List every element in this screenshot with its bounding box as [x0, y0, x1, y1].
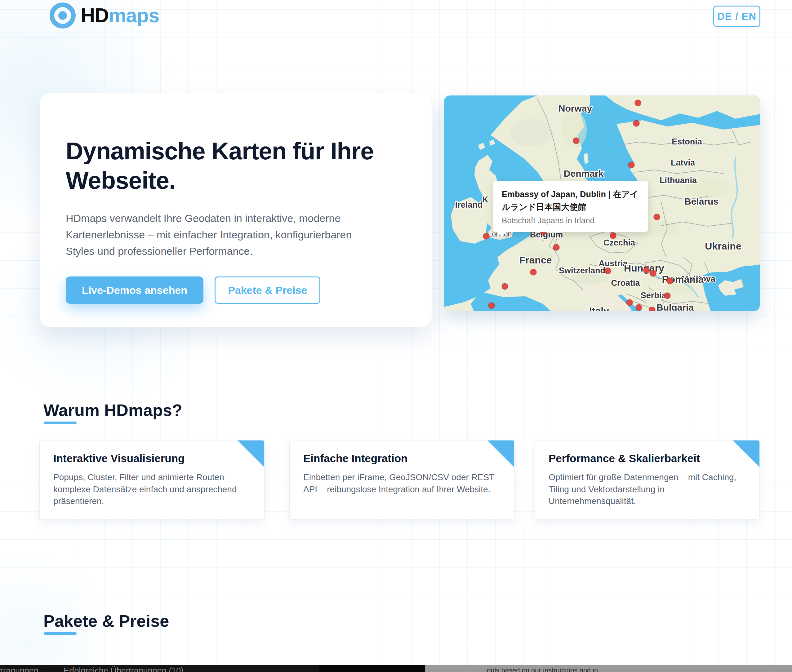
map-marker-icon[interactable] [650, 270, 656, 277]
map-marker-icon[interactable] [610, 232, 616, 239]
map-marker-icon[interactable] [667, 278, 673, 284]
map-label-k: K [482, 195, 488, 204]
map-label-norway: Norway [558, 103, 592, 114]
map-marker-icon[interactable] [635, 100, 641, 106]
map-label-latvia: Latvia [671, 158, 695, 167]
map-label-italy: Italy [589, 305, 609, 311]
feature-card-title: Performance & Skalierbarkeit [548, 452, 746, 465]
feature-card-performance: Performance & Skalierbarkeit Optimiert f… [535, 440, 760, 520]
map-marker-icon[interactable] [633, 120, 640, 126]
pricing-heading: Pakete & Preise [43, 611, 169, 630]
map-label-estonia: Estonia [672, 137, 702, 146]
map-marker-icon[interactable] [636, 304, 642, 310]
feature-card-title: Einfache Integration [303, 452, 500, 465]
language-toggle-button[interactable]: DE / EN [713, 6, 760, 27]
map-marker-icon[interactable] [553, 244, 560, 250]
map-marker-icon[interactable] [628, 162, 635, 168]
map-preview[interactable]: NorwayEstoniaLatviaLithuaniaBelarusDenma… [444, 96, 760, 311]
bottom-bar-panel-text: only based on our instructions and in ..… [487, 666, 606, 672]
map-marker-icon[interactable] [483, 233, 489, 239]
feature-card-body: Popups, Cluster, Filter und animierte Ro… [53, 472, 250, 507]
why-heading: Warum HDmaps? [43, 400, 182, 420]
popup-title: Embassy of Japan, Dublin | 在アイルランド日本国大使館 [502, 188, 640, 213]
live-demos-button[interactable]: Live-Demos ansehen [66, 277, 204, 304]
hero-paragraph: HDmaps verwandelt Ihre Geodaten in inter… [66, 210, 364, 259]
map-marker-icon[interactable] [643, 267, 650, 274]
logo-text: HDmaps [81, 4, 159, 27]
map-label-switzerland: Switzerland [559, 266, 605, 275]
bottom-bar-text: Übertragungen [0, 666, 38, 672]
bottom-bar-panel: only based on our instructions and in ..… [425, 665, 792, 672]
map-label-ireland: Ireland [455, 200, 483, 210]
bottom-overlay-bar: Übertragungen Erfolgreiche Übertragungen… [0, 665, 792, 672]
feature-card-visualisierung: Interaktive Visualisierung Popups, Clust… [39, 440, 265, 520]
hero-button-row: Live-Demos ansehen Pakete & Preise [66, 277, 406, 304]
map-marker-icon[interactable] [488, 302, 495, 309]
bottom-bar-text: Erfolgreiche Übertragungen (10) [64, 666, 184, 672]
feature-card-body: Optimiert für große Datenmengen – mit Ca… [548, 472, 746, 507]
map-popup: Embassy of Japan, Dublin | 在アイルランド日本国大使館… [493, 181, 648, 232]
map-label-czechia: Czechia [603, 238, 635, 247]
why-heading-underline [44, 422, 77, 424]
hero-title: Dynamische Karten für IhreWebseite. [66, 136, 406, 195]
map-marker-icon[interactable] [605, 268, 611, 274]
map-label-ukraine: Ukraine [705, 240, 741, 252]
map-marker-icon[interactable] [654, 214, 660, 220]
map-label-bulgaria: Bulgaria [656, 302, 694, 311]
map-label-serbia: Serbia [641, 291, 667, 300]
map-marker-icon[interactable] [573, 138, 579, 144]
feature-card-body: Einbetten per iFrame, GeoJSON/CSV oder R… [303, 472, 500, 495]
pricing-heading-underline [44, 632, 77, 635]
popup-subtitle: Botschaft Japans in Irland [502, 216, 640, 226]
hero-card: Dynamische Karten für IhreWebseite. HDma… [40, 93, 432, 327]
page: HDmaps DE / EN Dynamische Karten für Ihr… [0, 0, 792, 672]
map-marker-icon[interactable] [502, 283, 508, 290]
map-label-croatia: Croatia [611, 278, 640, 288]
logo: HDmaps [50, 3, 159, 29]
bottom-bar-segment [319, 665, 425, 672]
map-label-denmark: Denmark [564, 168, 604, 179]
map-label-france: France [519, 254, 552, 266]
pricing-link-button[interactable]: Pakete & Preise [215, 277, 320, 304]
feature-card-integration: Einfache Integration Einbetten per iFram… [289, 440, 515, 520]
map-label-belarus: Belarus [685, 196, 718, 206]
feature-card-title: Interaktive Visualisierung [53, 452, 250, 465]
map-marker-icon[interactable] [664, 293, 670, 299]
logo-target-icon [50, 3, 76, 29]
map-marker-icon[interactable] [627, 299, 633, 306]
map-marker-icon[interactable] [649, 307, 655, 311]
map-marker-icon[interactable] [530, 269, 537, 275]
map-label-lithuania: Lithuania [660, 176, 697, 185]
